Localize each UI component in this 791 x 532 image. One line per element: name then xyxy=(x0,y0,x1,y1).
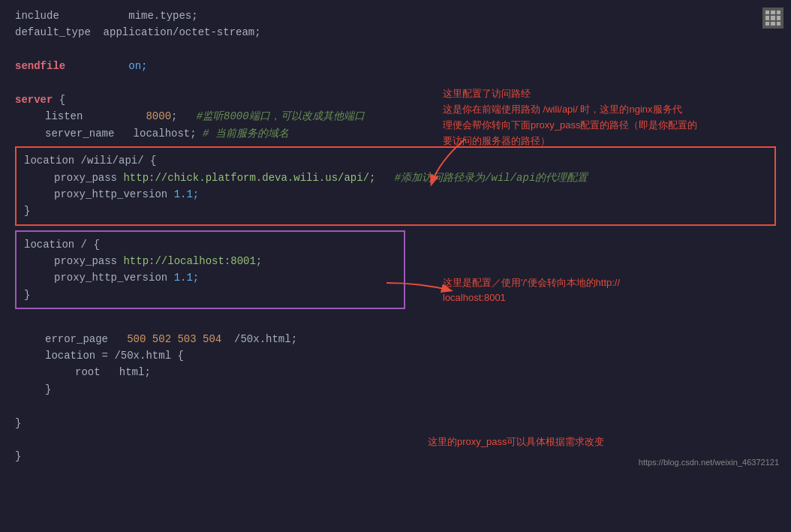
code-line-close-loc: } xyxy=(15,381,776,398)
code-line-root: root html; xyxy=(15,364,776,380)
code-line-include: include mime.types; xyxy=(15,8,776,24)
box-purple-location: location / { proxy_pass http://localhost… xyxy=(15,230,405,310)
code-line-blank5 xyxy=(15,431,776,448)
annotation-proxypass: 这里的proxy_pass可以具体根据需求改变 xyxy=(428,434,604,450)
code-line-blank4 xyxy=(15,398,776,414)
box1-httpversion: proxy_http_version 1.1; xyxy=(24,186,767,203)
code-line-errorpage: error_page 500 502 503 504 /50x.html; xyxy=(15,331,776,347)
box2-line1: location / { xyxy=(24,236,396,253)
watermark: https://blog.csdn.net/weixin_46372121 xyxy=(639,458,779,467)
code-line-defaulttype: default_type application/octet-stream; xyxy=(15,24,776,41)
box1-proxypass: proxy_pass http://chick.platform.deva.wi… xyxy=(24,170,767,186)
code-line-blank3 xyxy=(15,314,776,330)
annotation-wili: 这里配置了访问路经 这是你在前端使用路劲 /wili/api/ 时，这里的ngi… xyxy=(443,86,765,149)
code-line-sendfile: sendfile on; xyxy=(15,58,776,74)
grid-icon[interactable] xyxy=(762,8,783,29)
arrow-wili xyxy=(424,131,469,191)
code-line-blank1 xyxy=(15,41,776,58)
box2-close: } xyxy=(24,287,396,303)
arrow-root xyxy=(383,268,458,313)
code-line-loc50x: location = /50x.html { xyxy=(15,347,776,364)
main-container: include mime.types; default_type applica… xyxy=(0,0,791,473)
box2-httpversion: proxy_http_version 1.1; xyxy=(24,269,396,286)
box-red-location: location /wili/api/ { proxy_pass http://… xyxy=(15,146,776,226)
location-wili-section: location /wili/api/ { proxy_pass http://… xyxy=(15,146,776,226)
location-root-section: location / { proxy_pass http://localhost… xyxy=(15,230,776,310)
box1-close: } xyxy=(24,203,767,219)
box1-line1: location /wili/api/ { xyxy=(24,152,767,169)
annotation-root: 这里是配置／使用'/'便会转向本地的http:// localhost:8001 xyxy=(443,275,728,307)
code-line-close-server: } xyxy=(15,415,776,431)
box2-proxypass: proxy_pass http://localhost:8001; xyxy=(24,253,396,269)
